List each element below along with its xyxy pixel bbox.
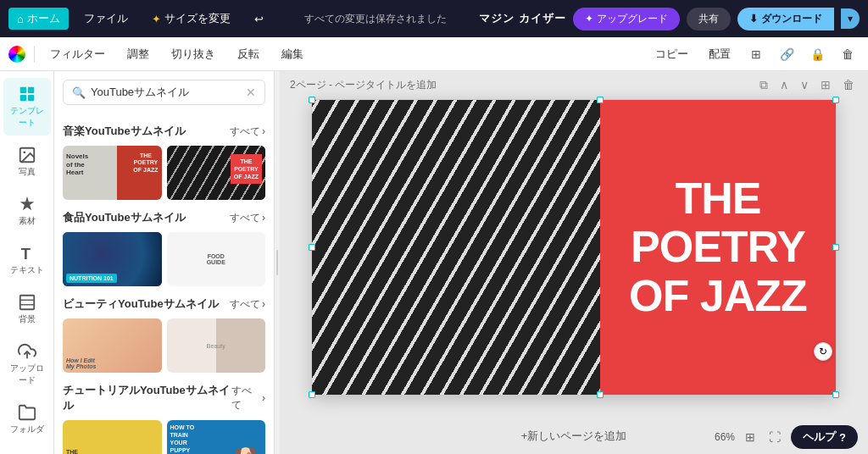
tutorial-template-grid: THECREATIVEPROCESS HOW TOTRAINYOURPUPPY … — [63, 420, 265, 454]
filter-button[interactable]: フィルター — [43, 44, 112, 64]
page-delete-icon[interactable]: 🗑 — [839, 76, 858, 94]
sidebar: テンプレート 写真 素材 T テキスト 背景 アップロード フォルダ もっと見る — [0, 71, 54, 454]
building-pattern — [312, 100, 600, 395]
template-card[interactable]: Beauty — [167, 318, 266, 373]
fullscreen-icon[interactable]: ⛶ — [765, 427, 784, 447]
help-button[interactable]: ヘルプ ? — [791, 425, 858, 449]
svg-rect-0 — [19, 87, 25, 93]
page-icon-buttons: ⧉ ∧ ∨ ⊞ 🗑 — [756, 76, 858, 94]
grid-icon-button[interactable]: ⊞ — [744, 42, 768, 66]
image-toolbar: フィルター 調整 切り抜き 反転 編集 コピー 配置 ⊞ 🔗 🔒 🗑 — [0, 37, 868, 71]
share-button[interactable]: 共有 — [687, 8, 731, 30]
sidebar-item-background[interactable]: 背景 — [3, 286, 51, 332]
sidebar-item-folder-label: フォルダ — [10, 424, 44, 435]
undo-icon: ↩ — [254, 13, 264, 25]
template-card[interactable]: THECREATIVEPROCESS — [63, 420, 162, 454]
selection-handle-bl — [309, 391, 315, 398]
page-title[interactable]: 2ページ - ページタイトルを追加 — [290, 78, 437, 92]
download-dropdown-button[interactable]: ▾ — [841, 8, 860, 29]
link-icon-button[interactable]: 🔗 — [775, 42, 798, 66]
beauty-section-header: ビューティYouTubeサムネイル すべて › — [63, 296, 265, 312]
home-button[interactable]: ⌂ ホーム — [8, 8, 69, 30]
share-label: 共有 — [698, 13, 719, 25]
search-input[interactable] — [91, 86, 241, 99]
zoom-level[interactable]: 66% — [715, 431, 735, 443]
selection-handle-br — [832, 391, 839, 398]
music-section-all[interactable]: すべて › — [230, 125, 265, 139]
download-label: ダウンロード — [761, 12, 822, 26]
sidebar-item-templates[interactable]: テンプレート — [3, 78, 51, 136]
sidebar-item-folder[interactable]: フォルダ — [3, 396, 51, 442]
sidebar-item-text[interactable]: T テキスト — [3, 237, 51, 283]
page-copy-icon[interactable]: ⧉ — [756, 76, 771, 94]
sidebar-item-elements-label: 素材 — [19, 215, 36, 227]
svg-rect-7 — [19, 296, 34, 310]
beauty-section-title: ビューティYouTubeサムネイル — [63, 296, 219, 312]
page-duplicate-icon[interactable]: ⊞ — [817, 76, 834, 94]
page-down-icon[interactable]: ∨ — [797, 76, 812, 94]
chevron-right-icon: › — [262, 392, 265, 404]
food-template-grid: NUTRITION 101 FOODGUIDE — [63, 232, 265, 286]
clear-search-icon[interactable]: ✕ — [246, 86, 256, 99]
template-card[interactable]: HOW TOTRAINYOURPUPPY 🐕 — [167, 420, 266, 454]
sidebar-item-upload-label: アップロード — [7, 363, 47, 386]
arrange-button[interactable]: 配置 — [702, 44, 737, 64]
file-button[interactable]: ファイル — [75, 8, 136, 30]
grid-view-icon[interactable]: ⊞ — [742, 427, 759, 447]
edit-button[interactable]: 編集 — [275, 44, 310, 64]
music-section-title: 音楽YouTubeサムネイル — [63, 124, 186, 139]
tutorial-section-title: チュートリアルYouTubeサムネイル — [63, 383, 231, 413]
template-card[interactable]: How I EditMy Photos — [63, 318, 162, 373]
upgrade-label: アップグレード — [597, 12, 668, 26]
canvas-text-right: THE POETRY OF JAZZ — [600, 100, 836, 395]
page-toolbar: 2ページ - ページタイトルを追加 ⧉ ∧ ∨ ⊞ 🗑 — [280, 71, 868, 99]
chevron-right-icon: › — [262, 212, 265, 224]
adjust-button[interactable]: 調整 — [120, 44, 156, 64]
food-section-header: 食品YouTubeサムネイル すべて › — [63, 210, 265, 225]
resize-button[interactable]: ✦ サイズを変更 — [143, 8, 239, 30]
sidebar-item-photos[interactable]: 写真 — [3, 139, 51, 185]
tutorial-section-all[interactable]: すべて › — [231, 384, 265, 412]
help-label: ヘルプ — [803, 429, 836, 445]
toolbar-right-section: コピー 配置 ⊞ 🔗 🔒 🗑 — [648, 42, 860, 66]
page-up-icon[interactable]: ∧ — [776, 76, 792, 94]
sidebar-item-templates-label: テンプレート — [7, 105, 47, 129]
search-icon: 🔍 — [72, 86, 86, 99]
upgrade-icon: ✦ — [585, 13, 593, 25]
home-icon: ⌂ — [17, 13, 24, 25]
canvas-area: 2ページ - ページタイトルを追加 ⧉ ∧ ∨ ⊞ 🗑 THE POET — [280, 71, 868, 454]
canvas-frame[interactable]: THE POETRY OF JAZZ — [311, 99, 837, 396]
template-card[interactable]: NUTRITION 101 — [63, 232, 162, 286]
upgrade-button[interactable]: ✦ アップグレード — [573, 8, 680, 30]
sidebar-item-elements[interactable]: 素材 — [3, 188, 51, 234]
food-section-all[interactable]: すべて › — [230, 211, 265, 225]
color-picker[interactable] — [8, 46, 25, 63]
crop-button[interactable]: 切り抜き — [164, 44, 222, 64]
template-card[interactable]: THEPOETRYOF JAZZ — [167, 146, 266, 200]
delete-button[interactable]: 🗑 — [836, 42, 860, 66]
beauty-template-grid: How I EditMy Photos Beauty — [63, 318, 265, 373]
beauty-section-all[interactable]: すべて › — [230, 297, 265, 312]
lock-icon-button[interactable]: 🔒 — [805, 42, 829, 66]
sidebar-item-text-label: テキスト — [10, 264, 44, 276]
flip-button[interactable]: 反転 — [231, 44, 266, 64]
template-card[interactable]: Novelsof theHeart THEPOETRYOF JAZZ — [63, 146, 162, 200]
svg-rect-3 — [27, 95, 33, 101]
rotate-handle[interactable]: ↻ — [814, 342, 832, 361]
selection-handle-tm — [597, 97, 604, 103]
jazz-text: THE POETRY OF JAZZ — [620, 166, 815, 329]
template-card[interactable]: FOODGUIDE — [167, 232, 266, 286]
sidebar-item-more[interactable]: もっと見る — [3, 446, 51, 454]
bottom-bar: 66% ⊞ ⛶ ヘルプ ? — [334, 420, 868, 454]
copy-button[interactable]: コピー — [648, 44, 695, 64]
sidebar-item-upload[interactable]: アップロード — [3, 335, 51, 393]
undo-button[interactable]: ↩ — [246, 9, 272, 29]
chevron-right-icon: › — [262, 125, 265, 137]
top-navigation: ⌂ ホーム ファイル ✦ サイズを変更 ↩ すべての変更は保存されました マジン… — [0, 0, 868, 37]
canvas-image-left — [312, 100, 600, 395]
svg-rect-1 — [27, 87, 33, 93]
food-section-title: 食品YouTubeサムネイル — [63, 210, 186, 225]
download-button[interactable]: ⬇ ダウンロード — [737, 8, 834, 30]
download-icon: ⬇ — [749, 13, 758, 25]
template-list: 音楽YouTubeサムネイル すべて › Novelsof theHeart T… — [54, 114, 274, 454]
